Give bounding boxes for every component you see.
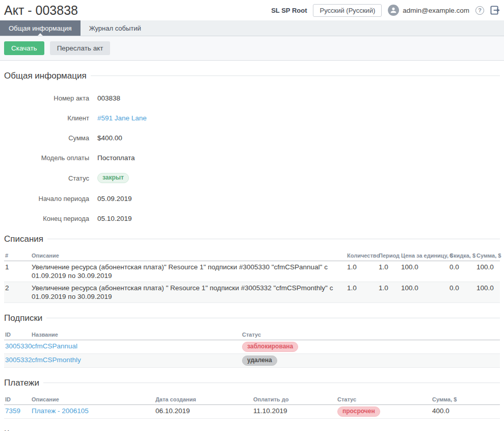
section-title: Платежи	[4, 378, 39, 388]
field-value: 003838	[97, 94, 120, 102]
user-email[interactable]: admin@example.com	[403, 7, 469, 14]
section-charges: Списания #ОписаниеКоличествоПериодЦена з…	[4, 234, 500, 303]
general-fields: Номер акта003838Клиент#591 Jane LaneСумм…	[4, 93, 500, 223]
table-row: 1Увеличение ресурса (абонентская плата)"…	[4, 261, 500, 282]
section-title: Общая информация	[4, 71, 87, 81]
field-label: Сумма	[4, 134, 89, 142]
field-value: $400.00	[97, 134, 122, 142]
cell-link[interactable]: 3005332	[5, 356, 32, 364]
table-cell: 1.0	[346, 282, 378, 303]
status-badge: заблокирована	[242, 342, 298, 352]
field-value: Постоплата	[97, 154, 135, 162]
action-toolbar: Скачать Переслать акт	[0, 36, 504, 61]
cell-link[interactable]: cfmCSPmonthly	[32, 356, 81, 364]
heading-rule	[91, 75, 500, 76]
field-label: Номер акта	[4, 94, 89, 102]
table-header-row: IDОписаниеДата созданияОплатить доСтатус…	[4, 394, 500, 405]
tab-general-info-label: Общая информация	[9, 24, 72, 32]
cell-link[interactable]: cfmCSPannual	[32, 342, 77, 350]
column-header: Цена за единицу, $	[400, 250, 448, 261]
page-title: Акт - 003838	[4, 3, 78, 18]
table-cell: 0.0	[448, 282, 475, 303]
field-label: Конец периода	[4, 215, 89, 222]
tab-event-log-label: Журнал событий	[89, 24, 141, 32]
section-payments: Платежи IDОписаниеДата созданияОплатить …	[4, 377, 500, 419]
section-general-info: Общая информация Номер акта003838Клиент#…	[4, 70, 500, 223]
field-value: 05.09.2019	[97, 195, 132, 202]
column-header: Количество	[346, 250, 378, 261]
column-header: Описание	[31, 394, 154, 405]
top-header: Акт - 003838 SL SP Root Русский (Русский…	[0, 0, 504, 20]
table-cell: 0.0	[448, 261, 475, 282]
table-row: 7359Платеж - 200610506.10.201911.10.2019…	[4, 405, 500, 419]
language-selector[interactable]: Русский (Русский)	[313, 4, 382, 17]
table-row: 3005330cfmCSPannualзаблокирована	[4, 340, 500, 354]
tab-event-log[interactable]: Журнал событий	[81, 20, 150, 36]
table-cell: 7359	[4, 405, 31, 419]
payments-table: IDОписаниеДата созданияОплатить доСтатус…	[4, 394, 500, 419]
field-row: Модель оплатыПостоплата	[4, 153, 500, 162]
table-cell: 2	[4, 282, 31, 303]
user-avatar-icon	[388, 5, 399, 16]
table-cell: Платеж - 2006105	[31, 405, 154, 419]
table-cell: 1.0	[378, 282, 400, 303]
account-name: SL SP Root	[271, 7, 307, 14]
section-heading: Подписки	[4, 313, 500, 323]
field-row: Сумма$400.00	[4, 133, 500, 142]
column-header: ID	[4, 329, 31, 340]
table-cell: Увеличение ресурса (абонентская плата) "…	[31, 282, 346, 303]
column-header: Статус	[336, 394, 431, 405]
column-header: Сумма, $	[431, 394, 500, 405]
table-cell: cfmCSPannual	[31, 340, 241, 354]
logout-icon[interactable]	[490, 6, 500, 15]
table-cell: 11.10.2019	[252, 405, 336, 419]
forward-act-button[interactable]: Переслать акт	[50, 41, 111, 55]
column-header: Описание	[31, 250, 346, 261]
field-label: Клиент	[4, 114, 89, 122]
field-row: Конец периода05.10.2019	[4, 214, 500, 223]
table-cell: 1.0	[346, 261, 378, 282]
table-header-row: #ОписаниеКоличествоПериодЦена за единицу…	[4, 250, 500, 261]
table-cell: просрочен	[336, 405, 431, 419]
cell-link[interactable]: #591 Jane Lane	[97, 114, 147, 122]
active-tab-notch	[38, 33, 43, 36]
section-subscriptions: Подписки IDНазваниеСтатус3005330cfmCSPan…	[4, 313, 500, 368]
download-button[interactable]: Скачать	[4, 41, 44, 55]
cell-link[interactable]: Платеж - 2006105	[32, 407, 89, 415]
table-cell: удалена	[241, 354, 500, 368]
column-header: Статус	[241, 329, 500, 340]
status-badge: удалена	[242, 356, 277, 366]
table-cell: 1	[4, 261, 31, 282]
field-value: закрыт	[97, 173, 129, 183]
table-cell: cfmCSPmonthly	[31, 354, 241, 368]
column-header: Период	[378, 250, 400, 261]
table-cell: 1.0	[378, 261, 400, 282]
section-heading: Списания	[4, 234, 500, 244]
table-row: 2Увеличение ресурса (абонентская плата) …	[4, 282, 500, 303]
table-cell: 100.0	[475, 261, 500, 282]
charges-table: #ОписаниеКоличествоПериодЦена за единицу…	[4, 250, 500, 303]
table-cell: Увеличение ресурса (абонентская плата)" …	[31, 261, 346, 282]
user-menu[interactable]: admin@example.com	[388, 5, 469, 16]
help-icon[interactable]: ?	[475, 6, 484, 15]
cell-link[interactable]: 7359	[5, 407, 20, 415]
section-title: Списания	[4, 234, 43, 244]
tab-general-info[interactable]: Общая информация	[0, 20, 81, 36]
cell-link[interactable]: 3005330	[5, 342, 32, 350]
section-heading: Платежи	[4, 377, 500, 388]
tab-bar: Общая информация Журнал событий	[0, 20, 504, 36]
status-badge: закрыт	[97, 173, 129, 183]
field-label: Модель оплаты	[4, 154, 89, 162]
column-header: Сумма, $	[475, 250, 500, 261]
column-header: Название	[31, 329, 241, 340]
section-heading: Общая информация	[4, 70, 500, 81]
section-heading: Корректировки	[4, 428, 500, 431]
heading-rule	[47, 239, 500, 239]
header-controls: SL SP Root Русский (Русский) admin@examp…	[271, 4, 500, 17]
field-label: Начало периода	[4, 195, 89, 202]
status-badge: просрочен	[337, 407, 380, 417]
subscriptions-table: IDНазваниеСтатус3005330cfmCSPannualзабло…	[4, 329, 500, 368]
section-adjustments: Корректировки #ОписаниеКредитная задолже…	[4, 428, 500, 431]
language-selector-value: Русский (Русский)	[320, 7, 375, 14]
table-cell: 400.0	[431, 405, 500, 419]
